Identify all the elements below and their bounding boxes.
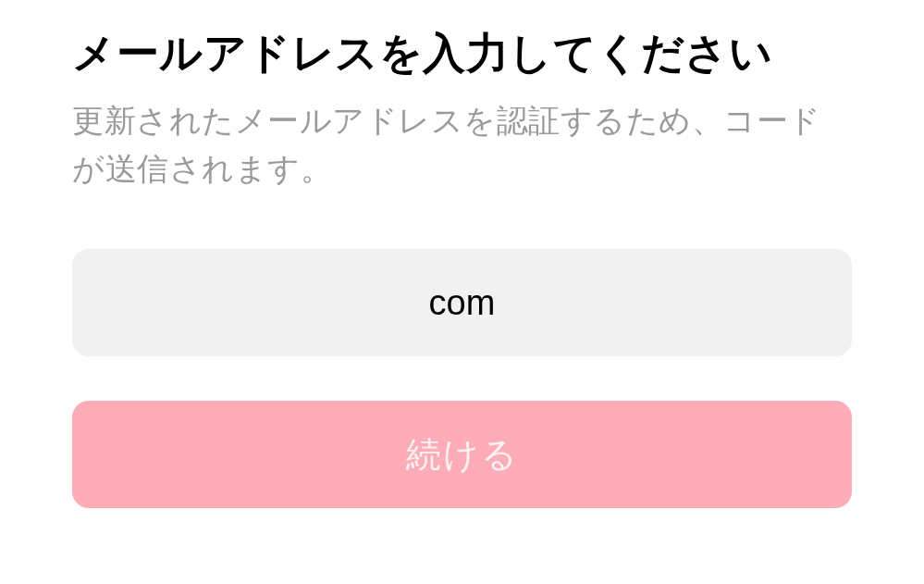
continue-button[interactable]: 続ける	[72, 401, 852, 508]
page-title: メールアドレスを入力してください	[72, 26, 852, 81]
email-input[interactable]	[72, 249, 852, 356]
page-subtitle: 更新されたメールアドレスを認証するため、コードが送信されます。	[72, 96, 852, 193]
